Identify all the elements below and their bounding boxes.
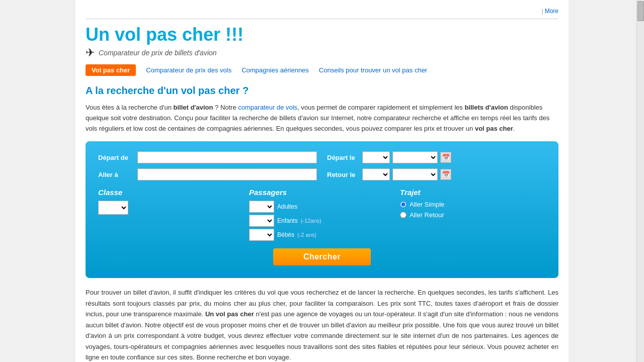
plane-icon: ✈ [86,46,95,59]
subtitle-text: Comparateur de prix de billets d'avion [99,49,217,57]
aller-retour-text: Aller Retour [410,211,444,219]
trajet-title: Trajet [400,188,546,197]
aller-retour-radio[interactable] [400,212,407,218]
intro-text: Vous êtes à la recherche d'un billet d'a… [86,103,558,134]
intro-bold2: billets d'avion [464,104,508,111]
trajet-section: Trajet Aller Simple Aller Retour [400,188,546,241]
aller-label: Aller à [98,171,133,178]
separator: | [542,8,543,15]
intro-p2: ? Notre [213,104,238,111]
body-text: Pour trouver un billet d'avion, il suffi… [86,287,558,362]
scrollbar-thumb[interactable] [637,1,644,21]
adultes-label: Adultes [277,203,297,210]
retour-le-label: Retour le [327,171,360,178]
intro-link1[interactable]: comparateur de vols [238,104,297,111]
passagers-title: Passagers [249,188,395,197]
classe-title: Classe [98,188,244,197]
bebes-sublabel: (-2 ans) [297,232,316,238]
passengers-group: Adultes Enfants (-12ans) Bébés [249,201,395,241]
bebes-label: Bébés [277,231,294,238]
depart-calendar-icon[interactable]: 📅 [440,152,451,163]
bebes-row: Bébés (-2 ans) [249,229,395,241]
search-btn-row: Chercher [98,248,546,265]
depart-label: Départ de [98,154,133,161]
nav-comparateur[interactable]: Comparateur de prix des vols [146,66,231,74]
nav-bar: Vol pas cher Comparateur de prix des vol… [86,64,558,76]
options-row: Classe Passagers Adultes [98,188,546,241]
aller-input[interactable] [137,168,317,180]
enfants-sublabel: (-12ans) [301,218,321,224]
search-box: Départ de Aller à Départ le 📅 Retour le [86,141,558,278]
body-p2: n'est pas une agence de voyages ou un to… [86,310,558,361]
adultes-select[interactable] [249,201,274,213]
bebes-select[interactable] [249,229,274,241]
nav-vol-pas-cher[interactable]: Vol pas cher [86,64,136,76]
chercher-button[interactable]: Chercher [273,248,371,265]
page-heading: A la recherche d'un vol pas cher ? [86,85,558,97]
retour-day-select[interactable] [362,168,390,180]
enfants-label: Enfants [277,217,298,224]
passagers-section: Passagers Adultes Enfants (-12ans) [249,188,395,241]
header: Un vol pas cher !!! ✈ Comparateur de pri… [86,24,558,59]
left-fields: Départ de Aller à [98,151,317,180]
search-grid: Départ de Aller à Départ le 📅 Retour le [98,151,546,180]
enfants-row: Enfants (-12ans) [249,215,395,227]
intro-p5: . [513,125,515,132]
aller-row: Aller à [98,168,317,180]
adultes-row: Adultes [249,201,395,213]
aller-simple-label[interactable]: Aller Simple [400,201,546,208]
site-subtitle: ✈ Comparateur de prix de billets d'avion [86,46,244,59]
page-wrapper: | More Un vol pas cher !!! ✈ Comparateur… [75,0,569,362]
retour-le-row: Retour le 📅 [327,168,546,180]
nav-conseils[interactable]: Conseils pour trouver un vol pas cher [319,66,427,74]
intro-p1: Vous êtes à la recherche d'un [86,104,173,111]
trajet-group: Aller Simple Aller Retour [400,201,546,219]
intro-bold1: billet d'avion [173,104,213,111]
aller-simple-text: Aller Simple [410,201,444,208]
aller-simple-radio[interactable] [400,201,407,208]
depart-month-select[interactable] [392,151,438,163]
classe-select[interactable] [98,201,128,215]
retour-month-select[interactable] [392,168,438,180]
classe-section: Classe [98,188,244,241]
depart-input[interactable] [137,151,317,163]
depart-le-label: Départ le [327,154,360,161]
nav-compagnies[interactable]: Compagnies aériennes [242,66,309,74]
intro-p3: , vous permet de comparer rapidement et … [297,104,464,111]
right-fields: Départ le 📅 Retour le 📅 [327,151,546,180]
site-title: Un vol pas cher !!! [86,24,244,45]
retour-calendar-icon[interactable]: 📅 [440,169,451,180]
scrollbar[interactable] [636,0,644,362]
body-bold1: Un vol pas cher [205,310,254,318]
depart-day-select[interactable] [362,151,390,163]
depart-row: Départ de [98,151,317,163]
intro-bold3: vol pas cher [475,125,513,132]
enfants-select[interactable] [249,215,274,227]
more-link[interactable]: More [545,8,558,15]
aller-retour-label[interactable]: Aller Retour [400,211,546,219]
top-bar: | More [86,8,558,19]
depart-le-row: Départ le 📅 [327,151,546,163]
